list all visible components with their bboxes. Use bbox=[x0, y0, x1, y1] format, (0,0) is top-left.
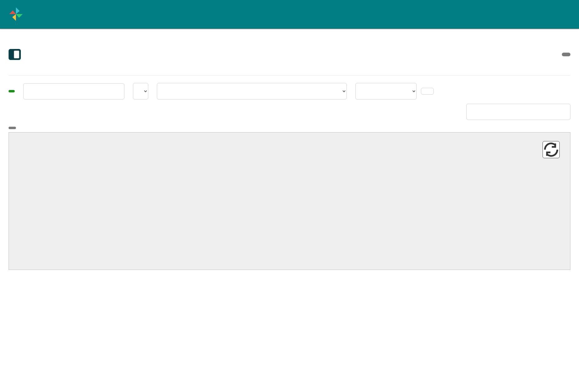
search-wrap bbox=[9, 104, 570, 120]
controls-row bbox=[9, 83, 570, 99]
airflow-logo-icon bbox=[9, 7, 23, 21]
search-input[interactable] bbox=[466, 104, 570, 120]
toggle-knob-icon bbox=[14, 50, 19, 58]
brand[interactable] bbox=[9, 7, 26, 21]
divider bbox=[9, 75, 570, 76]
graph-canvas[interactable] bbox=[9, 132, 570, 270]
dag-header bbox=[9, 49, 570, 60]
graph-refresh-button[interactable] bbox=[543, 141, 560, 158]
legend bbox=[9, 127, 570, 129]
component-badge bbox=[9, 127, 16, 129]
go-button[interactable] bbox=[421, 88, 434, 95]
layout-select[interactable] bbox=[355, 83, 417, 99]
num-runs-select[interactable] bbox=[133, 83, 148, 99]
refresh-icon bbox=[543, 141, 559, 158]
run-select[interactable] bbox=[157, 83, 347, 99]
run-status-badge bbox=[9, 90, 15, 92]
dag-on-toggle[interactable] bbox=[9, 49, 21, 60]
edge-layer bbox=[9, 133, 570, 270]
schedule-badge bbox=[562, 53, 570, 56]
base-date-input[interactable] bbox=[23, 83, 124, 99]
navbar bbox=[0, 0, 579, 29]
